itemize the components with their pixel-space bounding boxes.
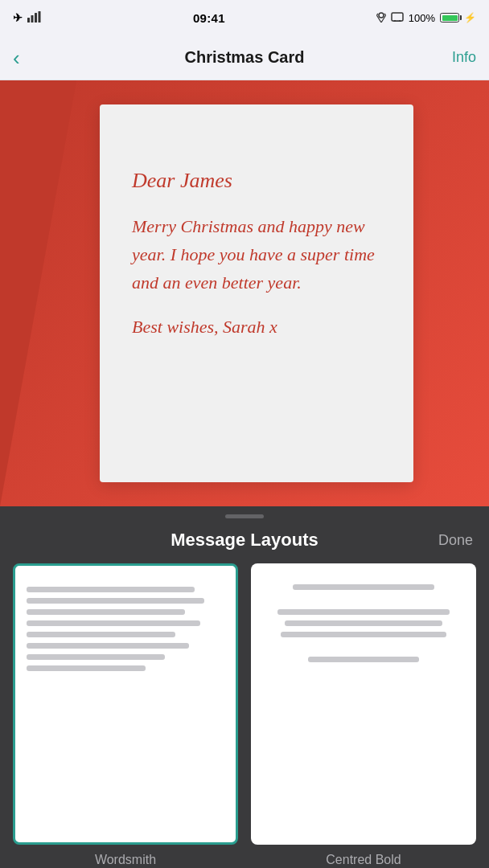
nav-bar: ‹ Christmas Card Info <box>0 35 489 80</box>
status-time: 09:41 <box>193 11 225 25</box>
layout-thumbnail-centred-bold <box>251 563 476 845</box>
line <box>281 632 447 637</box>
layout-item-centred-bold[interactable]: Centred Bold <box>251 563 476 867</box>
card-greeting: Dear James <box>132 169 381 193</box>
status-left: ✈ <box>13 11 42 25</box>
line <box>27 587 195 592</box>
mirroring-icon <box>391 12 404 24</box>
done-button[interactable]: Done <box>425 532 473 549</box>
layout-thumbnail-wordsmith <box>13 563 238 845</box>
status-bar: ✈ 09:41 100% <box>0 0 489 35</box>
back-button[interactable]: ‹ <box>13 47 61 68</box>
wordsmith-lines <box>27 579 224 679</box>
layout-label-wordsmith: Wordsmith <box>95 853 156 867</box>
battery-icon <box>440 13 459 23</box>
line <box>293 584 434 590</box>
svg-rect-5 <box>392 13 403 21</box>
drag-handle[interactable] <box>225 514 264 518</box>
line <box>27 654 165 660</box>
svg-rect-2 <box>35 13 37 23</box>
line <box>27 609 185 615</box>
line <box>27 665 146 671</box>
page-title: Christmas Card <box>185 48 305 67</box>
sheet-title: Message Layouts <box>64 530 425 551</box>
card-message: Merry Christmas and happy new year. I ho… <box>132 212 381 297</box>
charging-icon: ⚡ <box>464 12 476 23</box>
back-chevron-icon: ‹ <box>13 47 20 68</box>
line <box>27 632 175 637</box>
info-button[interactable]: Info <box>428 49 476 66</box>
svg-rect-0 <box>27 18 30 23</box>
card-sign: Best wishes, Sarah x <box>132 317 381 338</box>
status-right: 100% ⚡ <box>376 11 476 25</box>
signal-bars <box>27 11 42 25</box>
svg-point-4 <box>379 13 384 18</box>
line <box>308 657 420 662</box>
card-preview-area: Dear James Merry Christmas and happy new… <box>0 80 489 506</box>
line <box>285 620 443 626</box>
svg-rect-1 <box>31 15 34 23</box>
battery-percentage: 100% <box>409 12 435 24</box>
drag-handle-container <box>0 506 489 518</box>
card-paper: Dear James Merry Christmas and happy new… <box>100 104 413 482</box>
airplane-icon: ✈ <box>13 11 23 24</box>
bottom-sheet: Message Layouts Done Wordsmith <box>0 506 489 868</box>
layout-item-wordsmith[interactable]: Wordsmith <box>13 563 238 867</box>
line <box>277 609 450 615</box>
svg-rect-3 <box>39 11 41 23</box>
layout-label-centred-bold: Centred Bold <box>326 853 401 867</box>
layouts-grid: Wordsmith Centred Bold <box>0 563 489 868</box>
line <box>27 643 189 649</box>
sheet-header: Message Layouts Done <box>0 518 489 563</box>
card-decoration-triangle <box>0 80 76 506</box>
line <box>27 620 200 626</box>
centered-lines <box>262 576 465 670</box>
line <box>27 598 204 604</box>
location-icon <box>376 11 386 25</box>
